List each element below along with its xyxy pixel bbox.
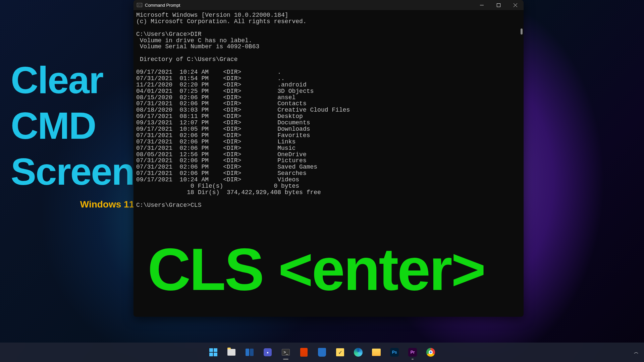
premiere-icon: Pr — [408, 348, 417, 357]
dir-entry: 07/31/2021 02:06 PM <DIR> Links — [136, 138, 296, 145]
caption-line-3: Screen — [11, 154, 134, 190]
scrollbar-thumb[interactable] — [521, 28, 523, 35]
tutorial-caption: Clear CMD Screen Windows 11 — [11, 62, 134, 210]
start-button[interactable] — [205, 344, 221, 360]
terminal-directory-of: Directory of C:\Users\Grace — [136, 56, 237, 63]
dir-summary-dirs: 18 Dir(s) 374,422,929,408 bytes free — [136, 189, 321, 196]
dir-entry: 09/17/2021 10:24 AM <DIR> . — [136, 69, 281, 75]
svg-rect-1 — [497, 3, 500, 7]
file-explorer-button[interactable] — [368, 344, 384, 360]
tray-overflow-icon[interactable]: ︿ — [634, 349, 639, 355]
dir-entry: 07/31/2021 02:06 PM <DIR> Favorites — [136, 132, 310, 139]
dir-entry: 09/17/2021 10:24 AM <DIR> Videos — [136, 176, 299, 183]
caption-subtitle: Windows 11 — [11, 199, 134, 210]
terminal-prompt-cls: C:\Users\Grace>CLS — [136, 202, 201, 208]
tips-app-button[interactable] — [314, 344, 330, 360]
chrome-button[interactable] — [423, 344, 439, 360]
dir-entry: 11/21/2020 02:20 PM <DIR> .android — [136, 81, 307, 88]
office-app-button[interactable] — [296, 344, 312, 360]
terminal-volume-1: Volume in drive C has no label. — [136, 37, 252, 44]
caption-line-1: Clear — [11, 62, 134, 98]
close-button[interactable] — [507, 0, 524, 10]
taskbar-apps: ● >_ ✓ Ps Pr — [205, 344, 439, 360]
terminal-prompt-dir: C:\Users\Grace>DIR — [136, 31, 201, 38]
dir-entry: 08/15/2020 02:06 PM <DIR> ansel — [136, 94, 296, 101]
window-title: Command Prompt — [145, 3, 473, 8]
chrome-icon — [426, 348, 435, 357]
teams-chat-button[interactable]: ● — [260, 344, 276, 360]
dir-entry: 09/17/2021 08:11 PM <DIR> Desktop — [136, 113, 303, 120]
maximize-button[interactable] — [490, 0, 507, 10]
dir-entry: 07/31/2021 02:06 PM <DIR> Saved Games — [136, 164, 317, 170]
terminal-volume-2: Volume Serial Number is 4092-0B63 — [136, 43, 259, 50]
task-view-button[interactable] — [223, 344, 239, 360]
dir-entry: 04/01/2021 07:25 PM <DIR> 3D Objects — [136, 88, 314, 95]
premiere-button[interactable]: Pr — [405, 344, 421, 360]
photoshop-icon: Ps — [390, 348, 399, 357]
sticky-notes-button[interactable]: ✓ — [332, 344, 348, 360]
folder-icon — [372, 348, 381, 357]
edge-button[interactable] — [350, 344, 366, 360]
dir-entry: 09/13/2021 12:07 PM <DIR> Documents — [136, 119, 310, 126]
dir-entry: 08/18/2020 03:03 PM <DIR> Creative Cloud… — [136, 107, 350, 113]
minimize-button[interactable] — [473, 0, 490, 10]
dir-entry: 07/31/2021 02:06 PM <DIR> Contacts — [136, 100, 307, 107]
dir-entry: 07/31/2021 02:06 PM <DIR> Music — [136, 145, 296, 152]
terminal-header-2: (c) Microsoft Corporation. All rights re… — [136, 18, 307, 25]
edge-icon — [354, 348, 363, 357]
window-buttons — [473, 0, 524, 10]
photoshop-button[interactable]: Ps — [386, 344, 402, 360]
terminal-icon: >_ — [281, 348, 290, 357]
dir-entry: 09/17/2021 10:05 PM <DIR> Downloads — [136, 126, 310, 132]
taskbar[interactable]: ● >_ ✓ Ps Pr ︿ — [0, 343, 644, 362]
dir-entry: 07/31/2021 02:06 PM <DIR> Searches — [136, 170, 307, 177]
dir-summary-files: 0 File(s) 0 bytes — [136, 183, 299, 189]
titlebar[interactable]: C:\ Command Prompt — [133, 0, 524, 10]
dir-entry: 08/05/2021 12:56 PM <DIR> OneDrive — [136, 151, 307, 158]
terminal-app-button[interactable]: >_ — [278, 344, 294, 360]
big-cls-annotation: CLS <enter> — [148, 240, 485, 299]
office-icon — [299, 348, 309, 357]
windows-logo-icon — [209, 348, 217, 356]
sticky-notes-icon: ✓ — [335, 348, 345, 357]
terminal-header-1: Microsoft Windows [Version 10.0.22000.18… — [136, 12, 288, 18]
widgets-icon — [245, 348, 254, 357]
widgets-button[interactable] — [241, 344, 258, 360]
caption-line-2: CMD — [11, 108, 134, 144]
dir-entry: 07/31/2021 01:54 PM <DIR> .. — [136, 75, 285, 82]
dir-entry: 07/31/2021 02:06 PM <DIR> Pictures — [136, 157, 307, 164]
cmd-icon: C:\ — [137, 3, 142, 7]
task-view-icon — [227, 348, 236, 357]
tips-icon — [317, 348, 327, 357]
system-tray[interactable]: ︿ — [634, 349, 639, 355]
svg-rect-0 — [480, 5, 484, 5]
teams-icon: ● — [263, 348, 272, 357]
